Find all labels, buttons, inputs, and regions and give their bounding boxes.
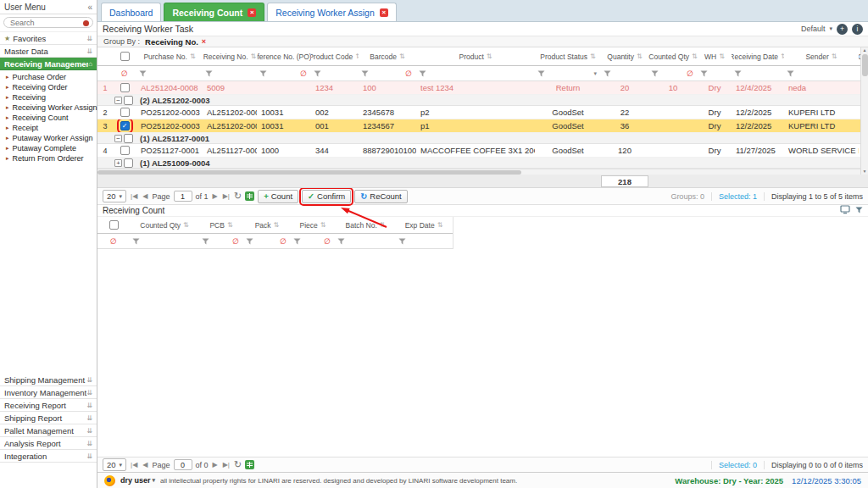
column-header-pcb[interactable]: PCB⇅ xyxy=(199,217,243,233)
group-row[interactable]: −(1) AL251127-0001 xyxy=(97,133,868,144)
close-tab-icon[interactable]: × xyxy=(248,8,256,17)
table-row[interactable]: 4PO251127-0001AL251127-00011000344888729… xyxy=(97,144,868,158)
filter-icon[interactable] xyxy=(205,70,213,77)
column-header-pack[interactable]: Pack⇅ xyxy=(243,217,291,233)
group-row[interactable]: +(1) AL251009-0004 xyxy=(97,158,868,169)
tab-receiving-worker-assign[interactable]: Receiving Worker Assign× xyxy=(267,3,397,21)
sidebar-section-master-data[interactable]: Master Data⇊ xyxy=(0,45,97,58)
sidebar-item-purchase-order[interactable]: ▸Purchase Order xyxy=(0,72,97,82)
filter-icon[interactable] xyxy=(314,70,321,77)
column-header-quantity[interactable]: Quantity⇅ xyxy=(601,47,648,65)
sidebar-item-receiving-count[interactable]: ▸Receiving Count xyxy=(0,113,97,123)
filter-icon[interactable] xyxy=(855,206,863,215)
filter-icon[interactable] xyxy=(246,238,253,245)
table-row[interactable]: 3✓PO251202-0003AL251202-0003100310011234… xyxy=(97,119,868,133)
first-page-button[interactable]: |◀ xyxy=(130,461,138,469)
page-input[interactable] xyxy=(174,459,192,470)
sidebar-section-shipping-report[interactable]: Shipping Report⇊ xyxy=(0,412,97,424)
sidebar-section-receiving-management[interactable]: Receiving Management⌂ xyxy=(0,58,97,70)
filter-icon[interactable] xyxy=(132,238,140,245)
filter-dropdown-icon[interactable]: ▾ xyxy=(593,70,597,77)
confirm-button[interactable]: ✓ Confirm xyxy=(302,190,351,203)
recount-button[interactable]: ↻ ReCount xyxy=(354,190,407,203)
sidebar-item-receiving-order[interactable]: ▸Receiving Order xyxy=(0,82,97,92)
sidebar-item-receipt[interactable]: ▸Receipt xyxy=(0,123,97,133)
sidebar-item-receiving-worker-assign[interactable]: ▸Receiving Worker Assign xyxy=(0,103,97,113)
filter-icon[interactable] xyxy=(361,70,369,77)
collapse-sidebar-icon[interactable]: « xyxy=(87,3,92,12)
info-button[interactable]: i xyxy=(852,24,863,35)
row-checkbox[interactable]: ✓ xyxy=(120,121,130,130)
group-checkbox[interactable] xyxy=(124,96,133,105)
row-checkbox[interactable] xyxy=(120,146,130,155)
column-header-wh[interactable]: WH⇅ xyxy=(698,47,732,65)
filter-icon[interactable] xyxy=(700,70,708,77)
table-row[interactable]: 1AL251204-000850091234100test 1234Return… xyxy=(97,81,868,95)
sidebar-section-analysis-report[interactable]: Analysis Report⇊ xyxy=(0,437,97,450)
sidebar-item-receiving[interactable]: ▸Receiving xyxy=(0,92,97,103)
filter-icon[interactable] xyxy=(398,238,406,245)
clear-filter-icon[interactable]: ∅ xyxy=(280,237,287,246)
clear-filter-icon[interactable]: ∅ xyxy=(232,237,239,246)
count-button[interactable]: + Count xyxy=(258,190,298,203)
prev-page-button[interactable]: ◀ xyxy=(142,192,148,200)
clear-filter-icon[interactable]: ∅ xyxy=(405,69,412,78)
table-row[interactable]: 2PO251202-0003AL251202-00031003100223456… xyxy=(97,106,868,119)
filter-icon[interactable] xyxy=(537,70,545,77)
column-header-counted-qty[interactable]: Counted Qty⇅ xyxy=(648,47,698,65)
page-size-select[interactable]: 20 ▾ xyxy=(103,190,126,202)
filter-icon[interactable] xyxy=(651,70,659,77)
select-all-checkbox[interactable] xyxy=(109,220,119,230)
sidebar-section-inventory-management[interactable]: Inventory Management⇊ xyxy=(0,386,97,399)
horizontal-scrollbar[interactable] xyxy=(97,169,868,175)
column-header-batch-no[interactable]: Batch No.⇅ xyxy=(335,217,396,233)
sidebar-item-putaway-worker-assign[interactable]: ▸Putaway Worker Assign xyxy=(0,133,97,143)
refresh-icon[interactable]: ↻ xyxy=(234,191,242,202)
collapse-group-icon[interactable]: − xyxy=(114,97,122,104)
column-header-receiving-no[interactable]: Receiving No.⇅ xyxy=(203,47,257,65)
clear-all-filters-icon[interactable]: ∅ xyxy=(110,237,117,246)
user-menu-button[interactable]: dry user ▾ xyxy=(120,476,155,485)
filter-icon[interactable] xyxy=(734,70,742,77)
clear-filter-icon[interactable]: ∅ xyxy=(324,237,331,246)
next-page-button[interactable]: ▶ xyxy=(212,461,219,469)
last-page-button[interactable]: ▶| xyxy=(222,192,231,200)
search-icon[interactable] xyxy=(83,20,89,26)
scrollbar-thumb[interactable] xyxy=(862,54,868,76)
clear-filter-icon[interactable]: ∅ xyxy=(300,69,307,78)
filter-icon[interactable] xyxy=(604,70,611,77)
column-header-barcode[interactable]: Barcode⇅ xyxy=(359,47,416,65)
search-input[interactable] xyxy=(3,17,93,28)
column-header-counted-qty[interactable]: Counted Qty⇅ xyxy=(130,217,199,233)
column-header-sender[interactable]: Sender⇅ xyxy=(784,47,859,65)
next-page-button[interactable]: ▶ xyxy=(212,192,219,200)
scroll-down-icon[interactable]: ▼ xyxy=(863,169,867,175)
page-size-select[interactable]: 20 ▾ xyxy=(103,458,126,471)
group-row[interactable]: −(2) AL251202-0003 xyxy=(97,95,868,106)
sidebar-section-pallet-management[interactable]: Pallet Management⇊ xyxy=(0,424,97,437)
column-header-product[interactable]: Product⇅ xyxy=(416,47,535,65)
column-header-piece[interactable]: Piece⇅ xyxy=(291,217,335,233)
layout-default-label[interactable]: Default xyxy=(801,25,826,33)
column-header-product-code[interactable]: Product Code⇅ xyxy=(311,47,359,65)
scroll-up-icon[interactable]: ▲ xyxy=(863,47,867,53)
sidebar-item-return-from-orderer[interactable]: ▸Return From Orderer xyxy=(0,153,97,164)
group-by-chip[interactable]: Receiving No. × xyxy=(145,37,206,47)
column-header-receiving-date[interactable]: Receiving Date⇅ xyxy=(732,47,784,65)
clear-all-filters-icon[interactable]: ∅ xyxy=(121,69,128,78)
collapse-group-icon[interactable]: − xyxy=(114,135,122,142)
add-layout-button[interactable]: + xyxy=(837,24,848,35)
group-checkbox[interactable] xyxy=(124,158,133,168)
page-input[interactable] xyxy=(174,191,192,202)
first-page-button[interactable]: |◀ xyxy=(130,192,138,200)
filter-icon[interactable] xyxy=(293,238,301,245)
group-checkbox[interactable] xyxy=(124,134,133,143)
select-all-checkbox[interactable] xyxy=(120,52,130,61)
sidebar-section-favorites[interactable]: ★Favorites⇊ xyxy=(0,32,97,45)
export-excel-icon[interactable] xyxy=(245,460,254,469)
tab-receiving-count[interactable]: Receiving Count× xyxy=(164,3,264,21)
filter-icon[interactable] xyxy=(259,70,267,77)
column-header-product-status[interactable]: Product Status⇅ xyxy=(535,47,601,65)
row-checkbox[interactable] xyxy=(120,83,130,92)
tab-dashboard[interactable]: Dashboard xyxy=(101,3,161,21)
